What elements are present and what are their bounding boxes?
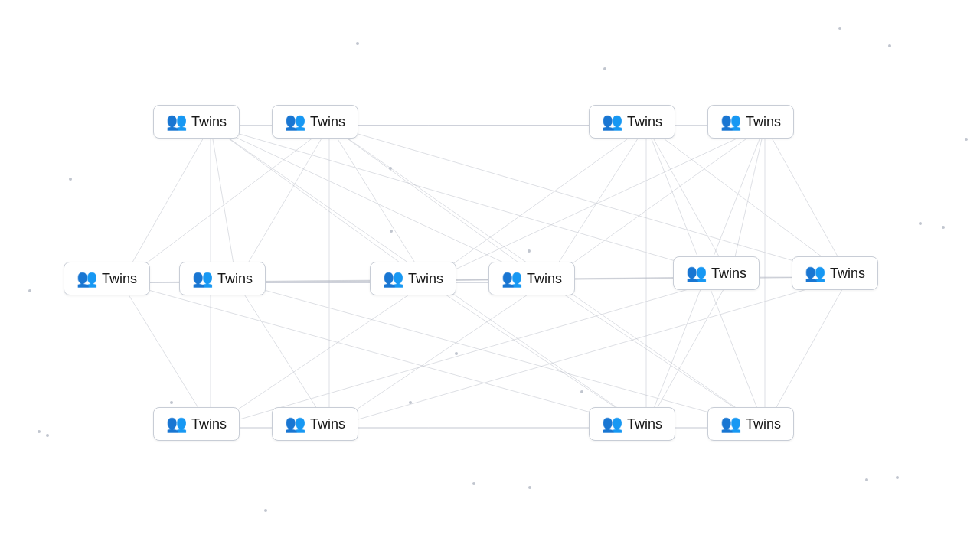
node-label: Twins (711, 266, 746, 282)
twins-node-n10[interactable]: 👥Twins (792, 256, 878, 290)
twins-node-n4[interactable]: 👥Twins (707, 105, 794, 139)
twins-node-n12[interactable]: 👥Twins (272, 407, 358, 441)
twins-node-n5[interactable]: 👥Twins (64, 262, 150, 295)
twins-icon: 👥 (285, 416, 305, 432)
node-label: Twins (746, 416, 781, 432)
node-label: Twins (627, 416, 662, 432)
node-label: Twins (217, 271, 253, 287)
twins-icon: 👥 (805, 265, 825, 282)
twins-icon: 👥 (501, 270, 522, 287)
twins-icon: 👥 (166, 113, 187, 130)
node-label: Twins (191, 114, 227, 130)
twins-icon: 👥 (285, 113, 305, 130)
twins-icon: 👥 (686, 265, 707, 282)
node-label: Twins (408, 271, 443, 287)
twins-node-n14[interactable]: 👥Twins (707, 407, 794, 441)
node-label: Twins (310, 114, 345, 130)
twins-node-n6[interactable]: 👥Twins (179, 262, 266, 295)
twins-icon: 👥 (166, 416, 187, 432)
twins-icon: 👥 (602, 113, 622, 130)
node-label: Twins (191, 416, 227, 432)
twins-icon: 👥 (192, 270, 213, 287)
twins-icon: 👥 (383, 270, 403, 287)
node-label: Twins (310, 416, 345, 432)
twins-node-n2[interactable]: 👥Twins (272, 105, 358, 139)
twins-node-n13[interactable]: 👥Twins (589, 407, 675, 441)
node-label: Twins (527, 271, 562, 287)
twins-icon: 👥 (77, 270, 97, 287)
node-label: Twins (102, 271, 137, 287)
node-label: Twins (830, 266, 865, 282)
node-label: Twins (746, 114, 781, 130)
twins-node-n8[interactable]: 👥Twins (488, 262, 575, 295)
twins-node-n9[interactable]: 👥Twins (673, 256, 760, 290)
twins-icon: 👥 (720, 113, 741, 130)
twins-icon: 👥 (720, 416, 741, 432)
twins-node-n11[interactable]: 👥Twins (153, 407, 240, 441)
twins-icon: 👥 (602, 416, 622, 432)
twins-node-n3[interactable]: 👥Twins (589, 105, 675, 139)
node-label: Twins (627, 114, 662, 130)
twins-node-n1[interactable]: 👥Twins (153, 105, 240, 139)
twins-node-n7[interactable]: 👥Twins (370, 262, 456, 295)
